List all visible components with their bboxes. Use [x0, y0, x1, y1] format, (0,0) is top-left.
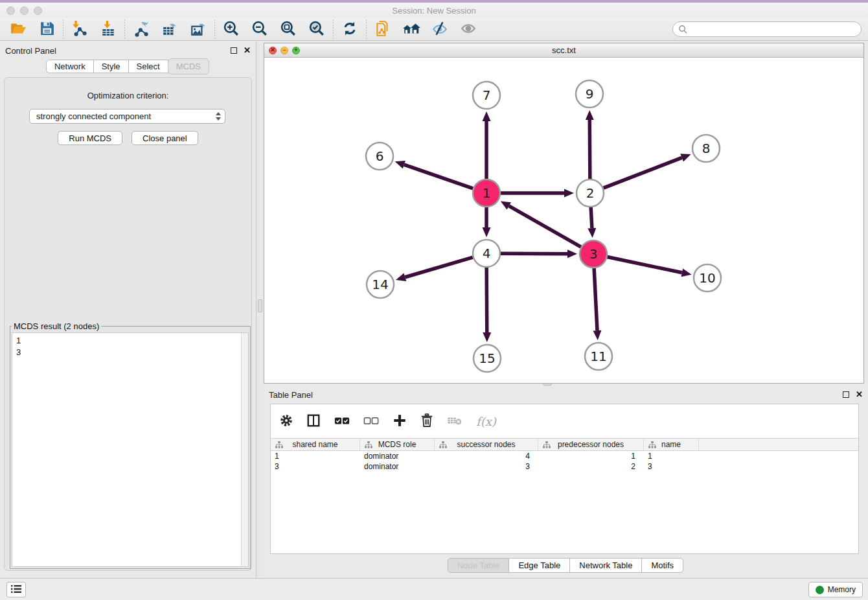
tab-node-table[interactable]: Node Table	[448, 558, 510, 573]
export-table-button[interactable]	[155, 19, 184, 40]
graph-edge[interactable]	[395, 161, 474, 189]
svg-text:11: 11	[590, 349, 606, 364]
table-cell: 1	[644, 451, 699, 461]
export-table-icon	[161, 20, 178, 39]
svg-text:10: 10	[699, 270, 715, 286]
run-mcds-button[interactable]: Run MCDS	[58, 131, 122, 145]
vertical-splitter-handle[interactable]	[258, 299, 262, 312]
close-table-panel-icon[interactable]: ✕	[856, 391, 863, 398]
table-body: 1dominator4113dominator323	[271, 451, 858, 472]
close-panel-icon[interactable]: ✕	[244, 47, 251, 54]
mcds-result-area[interactable]: 1 3	[12, 332, 249, 567]
zoom-in-button[interactable]	[217, 19, 246, 40]
home-button[interactable]	[397, 19, 426, 40]
tab-network[interactable]: Network	[46, 60, 94, 73]
graph-edge[interactable]	[483, 268, 491, 342]
tab-style[interactable]: Style	[93, 60, 129, 73]
search-input[interactable]	[672, 21, 862, 37]
table-panel-tabs: Node TableEdge TableNetwork TableMotifs	[264, 558, 868, 573]
export-network-icon	[133, 20, 150, 39]
hide-selected-button[interactable]	[426, 19, 454, 40]
network-window-titlebar[interactable]: ✕ – + scc.txt	[264, 43, 863, 58]
graph-edge[interactable]	[501, 201, 581, 247]
column-header-shared-name[interactable]: shared name	[271, 439, 360, 450]
table-row[interactable]: 3dominator323	[271, 461, 858, 472]
graph-node-11[interactable]: 11	[585, 343, 612, 370]
float-table-panel-icon[interactable]	[843, 391, 849, 398]
app-titlebar: Session: New Session	[0, 3, 868, 18]
select-all-columns-button[interactable]	[334, 416, 350, 427]
graph-node-4[interactable]: 4	[473, 240, 500, 267]
graph-edge[interactable]	[483, 207, 491, 237]
export-image-button[interactable]	[184, 19, 212, 40]
table-panel-title: Table Panel	[269, 390, 313, 400]
float-panel-icon[interactable]	[231, 47, 237, 54]
graph-node-10[interactable]: 10	[694, 264, 721, 292]
table-row[interactable]: 1dominator411	[271, 451, 858, 461]
unselect-all-columns-button[interactable]	[363, 416, 379, 427]
graph-node-6[interactable]: 6	[366, 143, 393, 170]
tab-mcds[interactable]: MCDS	[168, 58, 209, 75]
apply-layout-button[interactable]	[336, 19, 364, 40]
graph-edge[interactable]	[483, 111, 491, 179]
app-title: Session: New Session	[0, 6, 868, 16]
memory-button[interactable]: Memory	[808, 582, 863, 597]
graph-edge[interactable]	[604, 154, 691, 188]
graph-edge[interactable]	[396, 257, 473, 281]
graph-node-15[interactable]: 15	[474, 345, 501, 372]
delete-column-button[interactable]	[420, 413, 433, 430]
column-header-MCDS-role[interactable]: MCDS role	[360, 439, 435, 450]
graph-edge[interactable]	[588, 207, 596, 238]
graph-node-8[interactable]: 8	[692, 135, 720, 162]
table-cell: 3	[271, 461, 360, 472]
tab-network-table[interactable]: Network Table	[569, 558, 642, 573]
column-header-successor-nodes[interactable]: successor nodes	[435, 439, 538, 450]
graph-node-14[interactable]: 14	[367, 271, 394, 298]
table-cell: 1	[271, 451, 360, 461]
unchecked-boxes-icon	[363, 416, 379, 427]
show-column-button[interactable]	[306, 413, 321, 430]
open-session-button[interactable]	[4, 19, 32, 40]
mcds-result-box: MCDS result (2 nodes) 1 3	[10, 321, 251, 569]
function-builder-button: f(x)	[476, 415, 496, 428]
graph-edge[interactable]	[501, 189, 574, 198]
graph-edge[interactable]	[586, 110, 594, 179]
svg-text:4: 4	[483, 246, 491, 261]
import-table-button[interactable]	[94, 19, 122, 40]
clone-network-button[interactable]	[369, 19, 397, 40]
graph-edge[interactable]	[608, 257, 692, 277]
graph-node-3[interactable]: 3	[580, 240, 607, 268]
export-network-button[interactable]	[127, 19, 155, 40]
open-folder-icon	[10, 20, 27, 39]
delete-table-icon	[447, 415, 463, 428]
tab-select[interactable]: Select	[128, 60, 168, 73]
graph-edge[interactable]	[501, 249, 577, 258]
graph-edge[interactable]	[593, 268, 601, 340]
network-window-title: scc.txt	[264, 45, 863, 55]
save-session-button[interactable]	[32, 19, 61, 40]
tab-edge-table[interactable]: Edge Table	[508, 558, 570, 573]
result-scrollbar[interactable]	[241, 333, 248, 566]
zoom-out-button[interactable]	[246, 19, 274, 40]
column-header-predecessor-nodes[interactable]: predecessor nodes	[538, 439, 644, 450]
tab-motifs[interactable]: Motifs	[641, 558, 683, 573]
graph-node-2[interactable]: 2	[577, 179, 604, 207]
zoom-fit-button[interactable]	[274, 19, 303, 40]
task-history-button[interactable]	[6, 582, 26, 597]
table-settings-button[interactable]	[280, 414, 293, 429]
svg-text:8: 8	[702, 141, 711, 156]
graph-node-7[interactable]: 7	[473, 82, 500, 109]
import-network-button[interactable]	[65, 19, 94, 40]
zoom-selected-button[interactable]	[303, 19, 331, 40]
hide-eye-icon	[431, 20, 448, 39]
criterion-dropdown[interactable]: strongly connected component	[29, 109, 225, 124]
network-canvas[interactable]: 7968124314101511	[264, 58, 863, 383]
status-bar: Memory	[0, 578, 868, 600]
close-panel-button[interactable]: Close panel	[131, 131, 198, 145]
show-all-button[interactable]	[454, 19, 483, 40]
svg-text:14: 14	[372, 277, 388, 292]
graph-node-1[interactable]: 1	[473, 179, 500, 207]
column-header-name[interactable]: name	[644, 439, 699, 450]
graph-node-9[interactable]: 9	[576, 80, 603, 108]
create-column-button[interactable]	[393, 413, 407, 430]
